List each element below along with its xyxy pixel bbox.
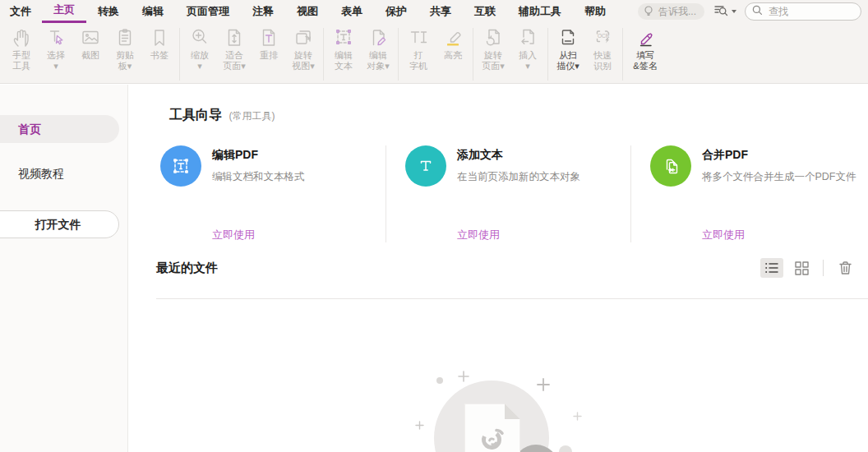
tools-section-title: 工具向导 xyxy=(169,108,222,122)
recent-files-header: 最近的文件 xyxy=(156,258,856,278)
toolbar-group-edit: 编辑 文本 编辑 对象▾ xyxy=(324,25,398,71)
delete-button[interactable] xyxy=(833,258,856,278)
tool-bookmark[interactable]: 书签 xyxy=(142,25,177,71)
tool-label: 编辑 对象▾ xyxy=(367,50,390,71)
tool-card-merge-pdf[interactable]: 合并PDF 将多个文件合并生成一个PDF文件 立即使用 xyxy=(631,145,868,242)
tool-card-add-text[interactable]: 添加文本 在当前页添加新的文本对象 立即使用 xyxy=(386,145,631,242)
tool-hand[interactable]: 手型 工具 xyxy=(4,25,39,71)
decorative-dot xyxy=(559,445,572,452)
tool-reflow[interactable]: 重排 xyxy=(252,25,286,71)
hand-icon xyxy=(10,25,33,49)
tool-snapshot[interactable]: 截图 xyxy=(73,25,108,71)
add-text-icon xyxy=(405,145,446,187)
tool-label: 快速 识别 xyxy=(593,50,612,71)
use-now-link[interactable]: 立即使用 xyxy=(457,228,500,242)
tell-me-button[interactable]: 告诉我... xyxy=(638,3,704,20)
foxit-logo-icon xyxy=(478,424,507,452)
toolbar-group-view: 缩放 ▾ 适合 页面▾ 重排 xyxy=(180,25,323,71)
use-now-link[interactable]: 立即使用 xyxy=(702,228,745,242)
sidebar-item-home[interactable]: 首页 xyxy=(0,115,119,143)
menu-accessibility-tools[interactable]: 辅助工具 xyxy=(507,0,573,23)
menu-convert[interactable]: 转换 xyxy=(86,0,131,23)
ocr-icon: OCR xyxy=(591,25,614,49)
actions-divider xyxy=(823,260,824,276)
menubar-right-controls: 告诉我... xyxy=(638,2,868,21)
tool-label: 截图 xyxy=(81,50,99,61)
toolbar-group-basic: 手型 工具 选择 ▾ 截图 xyxy=(2,25,179,71)
tool-typewriter[interactable]: 打 字机 xyxy=(401,25,436,71)
menu-edit[interactable]: 编辑 xyxy=(131,0,175,23)
edit-object-icon xyxy=(367,25,390,49)
scanner-icon xyxy=(556,25,579,49)
sparkle-icon xyxy=(537,378,550,394)
find-in-lines-icon xyxy=(713,2,729,21)
card-texts: 添加文本 在当前页添加新的文本对象 xyxy=(457,145,630,187)
open-file-button[interactable]: 打开文件 xyxy=(0,210,119,238)
tool-clipboard[interactable]: 剪贴 板▾ xyxy=(108,25,142,71)
toolbar-group-pages: 旋转 页面▾ 插入 ▾ xyxy=(473,25,547,71)
menubar: 文件 主页 转换 编辑 页面管理 注释 视图 表单 保护 共享 互联 辅助工具 … xyxy=(0,0,868,23)
use-now-link[interactable]: 立即使用 xyxy=(212,228,255,242)
tool-label: 高亮 xyxy=(444,50,462,61)
tell-me-label: 告诉我... xyxy=(658,5,696,19)
app-window: 文件 主页 转换 编辑 页面管理 注释 视图 表单 保护 共享 互联 辅助工具 … xyxy=(0,0,868,452)
card-texts: 合并PDF 将多个文件合并生成一个PDF文件 xyxy=(702,145,868,187)
toolbar-group-text: 打 字机 高亮 xyxy=(399,25,473,71)
menu-protect[interactable]: 保护 xyxy=(374,0,418,23)
recent-files-empty-state xyxy=(128,299,868,452)
tool-insert-page[interactable]: 插入 ▾ xyxy=(510,25,545,71)
highlight-icon xyxy=(441,25,464,49)
menu-form[interactable]: 表单 xyxy=(330,0,374,23)
recent-files-title: 最近的文件 xyxy=(156,261,218,276)
menu-connect[interactable]: 互联 xyxy=(463,0,507,23)
menu-comment[interactable]: 注释 xyxy=(241,0,285,23)
fill-sign-icon xyxy=(634,25,657,49)
reflow-icon xyxy=(257,25,280,49)
search-box xyxy=(745,2,861,21)
menu-page-management[interactable]: 页面管理 xyxy=(175,0,241,23)
find-mode-button[interactable] xyxy=(713,2,736,21)
sidebar: 首页 视频教程 打开文件 xyxy=(0,85,128,452)
menu-share[interactable]: 共享 xyxy=(418,0,463,23)
toolbar-group-sign: 填写 &签名 xyxy=(623,25,667,71)
menu-help[interactable]: 帮助 xyxy=(573,0,617,23)
card-description: 在当前页添加新的文本对象 xyxy=(457,170,630,184)
sparkle-icon xyxy=(435,374,445,389)
tool-edit-text[interactable]: 编辑 文本 xyxy=(326,25,361,71)
tool-label: 选择 ▾ xyxy=(47,50,65,71)
tool-label: 填写 &签名 xyxy=(633,50,657,71)
menu-view[interactable]: 视图 xyxy=(285,0,330,23)
tool-highlight[interactable]: 高亮 xyxy=(436,25,470,71)
tool-edit-object[interactable]: 编辑 对象▾ xyxy=(361,25,395,71)
tool-label: 手型 工具 xyxy=(12,50,30,71)
sparkle-icon xyxy=(458,371,469,385)
tool-fit-page[interactable]: 适合 页面▾ xyxy=(217,25,252,71)
toolbar: 手型 工具 选择 ▾ 截图 xyxy=(0,23,868,84)
menu-file[interactable]: 文件 xyxy=(0,0,42,23)
search-input[interactable] xyxy=(767,5,854,18)
tool-fill-sign[interactable]: 填写 &签名 xyxy=(626,25,665,71)
tool-label: 书签 xyxy=(150,50,169,61)
main-content: 工具向导 (常用工具) 编辑PDF 编辑文档和文 xyxy=(128,85,868,452)
tool-select[interactable]: 选择 ▾ xyxy=(39,25,73,71)
tool-card-edit-pdf[interactable]: 编辑PDF 编辑文档和文本格式 立即使用 xyxy=(160,145,386,242)
recent-files-actions xyxy=(760,258,856,278)
tool-label: 旋转 页面▾ xyxy=(482,50,505,71)
tool-from-scanner[interactable]: 从扫 描仪▾ xyxy=(551,25,585,71)
tool-rotate-page[interactable]: 旋转 页面▾ xyxy=(476,25,510,71)
tool-rotate-view[interactable]: 旋转 视图▾ xyxy=(286,25,321,71)
tool-label: 从扫 描仪▾ xyxy=(556,50,579,71)
grid-view-button[interactable] xyxy=(790,258,813,278)
sidebar-item-video-tutorials[interactable]: 视频教程 xyxy=(0,159,127,187)
tools-section-subtitle: (常用工具) xyxy=(229,110,275,122)
list-view-button[interactable] xyxy=(760,258,783,278)
tool-cards: 编辑PDF 编辑文档和文本格式 立即使用 添加文本 在当前页添加新的文本对象 xyxy=(160,145,868,242)
card-description: 将多个文件合并生成一个PDF文件 xyxy=(702,170,868,184)
typewriter-icon xyxy=(407,25,430,49)
snapshot-icon xyxy=(79,25,102,49)
menu-home[interactable]: 主页 xyxy=(42,0,86,23)
tool-zoom[interactable]: 缩放 ▾ xyxy=(182,25,217,71)
card-title: 合并PDF xyxy=(702,148,868,163)
tool-quick-ocr[interactable]: OCR 快速 识别 xyxy=(585,25,620,71)
clipboard-icon xyxy=(113,25,136,49)
